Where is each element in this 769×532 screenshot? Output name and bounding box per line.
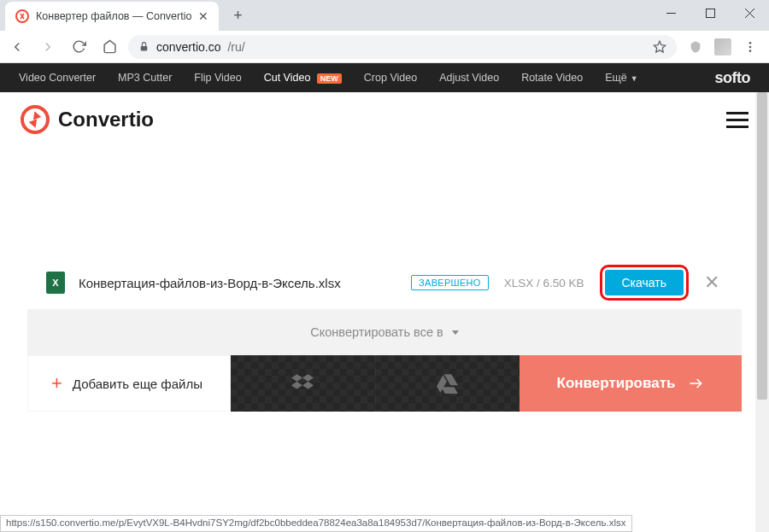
download-button[interactable]: Скачать <box>605 270 684 295</box>
adstrip-more[interactable]: Ещё▼ <box>605 72 638 84</box>
url-host: convertio.co <box>156 40 220 54</box>
adstrip-mp3-cutter[interactable]: MP3 Cutter <box>118 72 172 84</box>
nav-home-button[interactable] <box>97 35 121 59</box>
url-path: /ru/ <box>227 40 244 54</box>
svg-point-8 <box>749 45 752 48</box>
window-close-button[interactable] <box>730 0 769 26</box>
google-drive-icon <box>437 372 459 395</box>
convert-all-dropdown[interactable]: Сконвертировать все в <box>27 309 742 355</box>
profile-avatar[interactable] <box>714 38 731 56</box>
tab-close-icon[interactable]: ✕ <box>198 9 208 23</box>
adstrip-crop-video[interactable]: Crop Video <box>364 72 417 84</box>
adstrip-adjust-video[interactable]: Adjust Video <box>439 72 499 84</box>
chevron-down-icon: ▼ <box>631 74 638 83</box>
browser-tab[interactable]: Конвертер файлов — Convertio ✕ <box>5 2 219 31</box>
dropbox-upload-button[interactable] <box>231 355 375 412</box>
bookmark-icon[interactable] <box>653 40 666 54</box>
top-nav-strip: Video Converter MP3 Cutter Flip Video Cu… <box>0 63 769 92</box>
file-row: Конвертация-файлов-из-Ворд-в-Эксель.xlsx… <box>27 256 742 309</box>
scrollbar-thumb[interactable] <box>757 92 767 400</box>
convert-button[interactable]: Конвертировать <box>520 355 742 412</box>
adstrip-video-converter[interactable]: Video Converter <box>19 72 96 84</box>
site-header: Convertio <box>0 92 769 147</box>
svg-marker-6 <box>654 41 665 52</box>
file-meta: XLSX / 6.50 KB <box>504 277 584 289</box>
svg-rect-5 <box>141 46 148 50</box>
logo-icon <box>21 105 50 134</box>
svg-point-9 <box>749 50 752 52</box>
plus-icon: + <box>51 372 62 395</box>
svg-rect-2 <box>706 9 714 17</box>
adstrip-flip-video[interactable]: Flip Video <box>194 72 241 84</box>
browser-titlebar: Конвертер файлов — Convertio ✕ + <box>0 0 769 31</box>
new-badge: NEW <box>317 73 342 84</box>
convert-label: Конвертировать <box>557 375 676 392</box>
arrow-right-icon <box>687 375 704 392</box>
adstrip-rotate-video[interactable]: Rotate Video <box>521 72 583 84</box>
add-more-label: Добавить еще файлы <box>73 377 203 391</box>
window-minimize-button[interactable] <box>651 0 690 26</box>
svg-point-7 <box>749 42 752 44</box>
status-badge: ЗАВЕРШЕНО <box>411 275 489 290</box>
hamburger-menu-icon[interactable] <box>726 112 748 128</box>
browser-menu-icon[interactable] <box>738 35 762 59</box>
window-controls <box>651 0 769 26</box>
main-content: Конвертация-файлов-из-Ворд-в-Эксель.xlsx… <box>0 147 769 412</box>
softo-brand[interactable]: softo <box>715 69 751 87</box>
nav-reload-button[interactable] <box>67 35 91 59</box>
new-tab-button[interactable]: + <box>226 3 249 27</box>
site-logo[interactable]: Convertio <box>21 105 154 134</box>
tab-title: Конвертер файлов — Convertio <box>36 10 191 22</box>
dropbox-icon <box>291 372 314 395</box>
adstrip-cut-video[interactable]: Cut Video NEW <box>264 72 342 84</box>
window-maximize-button[interactable] <box>690 0 730 26</box>
url-input[interactable]: convertio.co/ru/ <box>128 35 677 59</box>
address-bar: convertio.co/ru/ <box>0 31 769 63</box>
xlsx-file-icon <box>46 272 65 294</box>
vertical-scrollbar[interactable] <box>755 92 769 532</box>
nav-forward-button[interactable] <box>36 35 60 59</box>
adstrip-more-label: Ещё <box>605 72 627 84</box>
google-drive-upload-button[interactable] <box>375 355 520 412</box>
download-highlight: Скачать <box>600 265 690 301</box>
convert-all-label: Сконвертировать все в <box>310 325 443 339</box>
lock-icon <box>138 41 150 52</box>
remove-file-icon[interactable]: ✕ <box>701 272 723 294</box>
file-name: Конвертация-файлов-из-Ворд-в-Эксель.xlsx <box>79 276 411 290</box>
nav-back-button[interactable] <box>5 35 29 59</box>
shield-icon[interactable] <box>684 35 707 59</box>
add-more-files-button[interactable]: + Добавить еще файлы <box>27 355 231 412</box>
status-bar: https://s150.convertio.me/p/EvytVX9L-B4H… <box>0 515 632 532</box>
adstrip-cut-video-label: Cut Video <box>264 72 311 84</box>
bottom-action-row: + Добавить еще файлы Конвертировать <box>27 355 742 412</box>
logo-text: Convertio <box>58 108 154 132</box>
favicon-icon <box>15 9 29 23</box>
